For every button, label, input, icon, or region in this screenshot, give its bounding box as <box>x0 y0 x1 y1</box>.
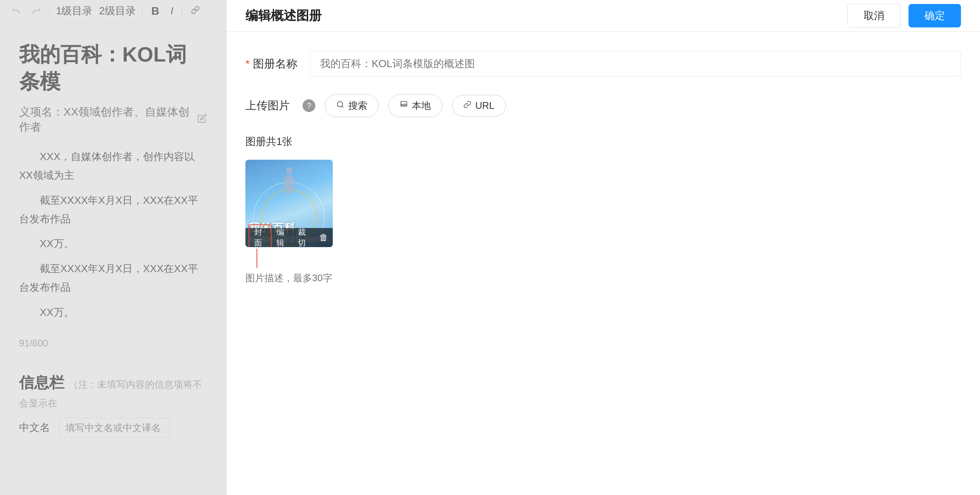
required-mark: * <box>245 58 250 70</box>
tooltip-line <box>257 249 257 268</box>
editor-para-4: 截至XXXX年X月X日，XXX在XX平台发布作品 <box>19 259 207 297</box>
image-action-bar: 封面 编辑 裁切 🗑 <box>245 228 333 247</box>
editor-subtitle: 义项名：XX领域创作者、自媒体创作者 <box>19 104 207 135</box>
tooltip-area <box>245 249 404 287</box>
url-label: URL <box>475 100 494 111</box>
link-button[interactable] <box>189 4 202 18</box>
upload-row: 上传图片 ? 搜索 <box>245 94 961 117</box>
editor-para-2: 截至XXXX年X月X日，XXX在XX平台发布作品 <box>19 191 207 228</box>
editor-para-5: XX万。 <box>19 303 207 322</box>
edit-subtitle-icon[interactable] <box>197 113 207 126</box>
album-count: 图册共1张 <box>245 135 961 149</box>
svg-line-1 <box>342 106 343 108</box>
subtitle-text: 义项名：XX领域创作者、自媒体创作者 <box>19 104 193 135</box>
search-icon <box>336 101 344 111</box>
info-row: 中文名 <box>19 418 207 438</box>
modal-title: 编辑概述图册 <box>245 7 322 25</box>
local-label: 本地 <box>412 99 431 112</box>
info-input[interactable] <box>59 418 170 438</box>
word-count: 91/600 <box>19 338 207 349</box>
crop-button[interactable]: 裁切 <box>293 225 314 247</box>
toolbar-sep-3 <box>182 7 182 15</box>
info-label: 中文名 <box>19 421 51 435</box>
url-link-icon <box>463 101 471 111</box>
search-upload-button[interactable]: 搜索 <box>325 94 379 117</box>
bold-button[interactable]: B <box>149 3 162 19</box>
album-name-label: 图册名称 <box>253 56 301 72</box>
undo-button[interactable] <box>10 5 23 17</box>
svg-point-3 <box>286 167 292 174</box>
italic-button[interactable]: I <box>168 3 176 19</box>
album-name-input[interactable] <box>310 51 961 77</box>
editor-para-1: XXX，自媒体创作者，创作内容以XX领域为主 <box>19 147 207 185</box>
cancel-button[interactable]: 取消 <box>847 4 901 28</box>
modal-actions: 取消 确定 <box>847 4 961 28</box>
confirm-button[interactable]: 确定 <box>909 4 961 27</box>
edit-button[interactable]: 编辑 <box>272 225 293 247</box>
album-name-row: * 图册名称 <box>245 51 961 77</box>
modal-body: * 图册名称 上传图片 ? 搜索 <box>226 32 980 495</box>
editor-panel: 1级目录 2级目录 B I 我的百科：KOL词条模 义项名：XX领域创作者、自媒… <box>0 0 226 495</box>
modal-header: 编辑概述图册 取消 确定 <box>226 0 980 32</box>
local-upload-button[interactable]: 本地 <box>388 94 442 117</box>
search-label: 搜索 <box>348 99 367 112</box>
svg-point-0 <box>338 102 343 107</box>
thumbnail: 我的百科 关于我的 都在这里 我的百科 封面 编辑 裁切 🗑 <box>245 160 333 247</box>
modal-dialog: 编辑概述图册 取消 确定 * 图册名称 上传图片 ? <box>226 0 980 495</box>
delete-button[interactable]: 🗑 <box>314 231 333 244</box>
toolbar-sep-2 <box>142 7 143 15</box>
editor-para-3: XX万。 <box>19 234 207 253</box>
upload-help-icon[interactable]: ? <box>303 99 315 112</box>
level1-button[interactable]: 1级目录 <box>56 4 93 18</box>
editor-toolbar: 1级目录 2级目录 B I <box>0 0 226 22</box>
editor-content: 我的百科：KOL词条模 义项名：XX领域创作者、自媒体创作者 XXX，自媒体创作… <box>0 22 226 495</box>
editor-title: 我的百科：KOL词条模 <box>19 41 207 95</box>
level2-button[interactable]: 2级目录 <box>99 4 135 18</box>
person-silhouette <box>281 167 297 195</box>
toolbar-sep-1 <box>49 7 50 15</box>
url-upload-button[interactable]: URL <box>452 95 506 116</box>
cover-button[interactable]: 封面 <box>249 224 272 247</box>
local-icon <box>400 101 408 111</box>
redo-button[interactable] <box>29 5 43 17</box>
upload-label: 上传图片 <box>245 98 290 113</box>
image-area: 我的百科 关于我的 都在这里 我的百科 封面 编辑 裁切 🗑 <box>245 160 404 287</box>
description-input[interactable] <box>245 269 404 287</box>
svg-line-5 <box>289 189 291 195</box>
section-title: 信息栏 （注：未填写内容的信息项将不会显示在 <box>19 373 207 410</box>
